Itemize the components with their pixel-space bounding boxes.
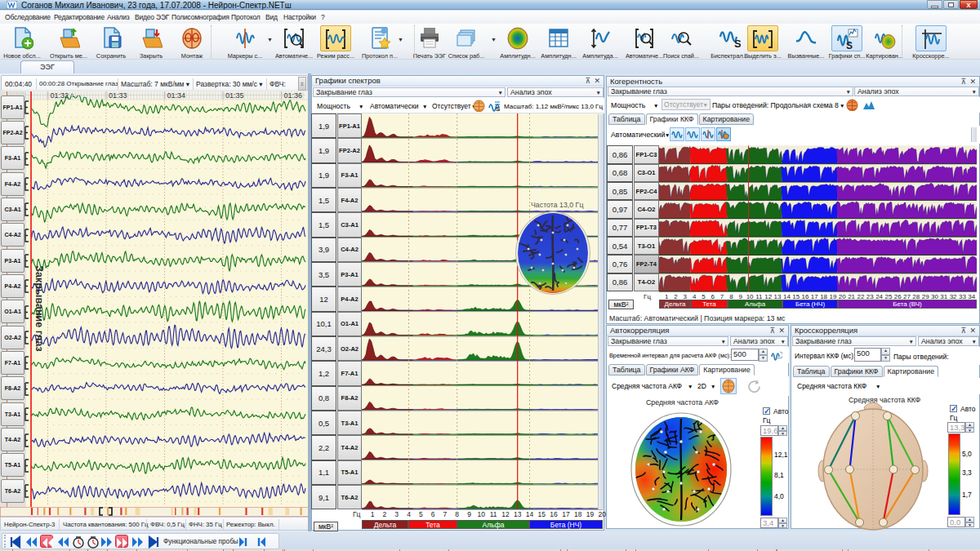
svg-text:01:34: 01:34 <box>167 91 186 100</box>
svg-text:S: S <box>496 105 501 113</box>
svg-text:01:36: 01:36 <box>284 91 303 100</box>
svg-text:S: S <box>846 40 853 51</box>
svg-text:S: S <box>734 38 741 50</box>
svg-text:01:32: 01:32 <box>51 91 69 100</box>
svg-text:Закрывание глаз: Закрывание глаз <box>33 265 45 352</box>
svg-text:01:33: 01:33 <box>109 91 127 100</box>
svg-text:01:35: 01:35 <box>225 91 244 100</box>
